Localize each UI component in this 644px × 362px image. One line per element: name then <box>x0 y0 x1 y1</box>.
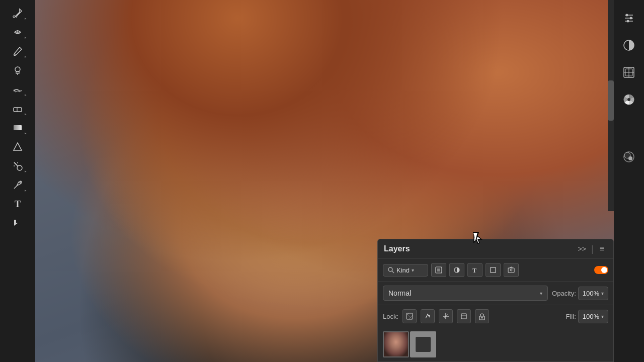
fill-dropdown[interactable]: 100% ▾ <box>578 310 608 323</box>
tool-corner-indicator9: ▸ <box>25 169 27 173</box>
tool-corner-indicator5: ▸ <box>25 93 27 97</box>
opacity-arrow: ▾ <box>601 291 604 296</box>
smudge-tool[interactable]: ▸ <box>6 80 30 99</box>
tool-corner-indicator10: ▸ <box>25 189 27 193</box>
svg-text:T: T <box>472 267 476 274</box>
svg-rect-8 <box>14 108 22 112</box>
fill-value-text: 100% <box>583 313 599 320</box>
svg-rect-53 <box>461 314 466 319</box>
lock-label: Lock: <box>383 313 398 320</box>
dodge-tool[interactable] <box>6 138 30 156</box>
svg-rect-38 <box>437 268 440 272</box>
svg-point-12 <box>17 165 22 170</box>
blend-mode-value: Normal <box>388 289 411 297</box>
svg-point-48 <box>429 315 430 317</box>
brush-tool[interactable]: ▸ <box>6 42 30 60</box>
lock-image-button[interactable] <box>421 309 435 323</box>
type-tool[interactable]: T <box>6 195 30 213</box>
right-panel <box>614 0 644 362</box>
header-divider: | <box>591 244 594 254</box>
svg-point-3 <box>15 54 16 55</box>
blend-mode-row: Normal ▾ Opacity: 100% ▾ <box>378 282 613 305</box>
eyedropper-tool[interactable]: ▸ <box>6 4 30 22</box>
eraser-tool[interactable]: ▸ <box>6 100 30 118</box>
filter-type-button[interactable]: T <box>467 263 482 277</box>
layers-expand-button[interactable]: >> <box>576 244 588 254</box>
svg-point-56 <box>481 317 483 319</box>
vertical-scrollbar[interactable] <box>608 0 614 211</box>
layers-header-controls: >> | ≡ <box>576 243 607 254</box>
filter-kind-dropdown[interactable]: Kind ▾ <box>383 264 428 277</box>
lock-transparent-button[interactable] <box>403 309 417 323</box>
layer-item[interactable] <box>378 329 613 359</box>
filter-kind-arrow: ▾ <box>412 267 414 273</box>
lock-artboard-button[interactable] <box>457 309 471 323</box>
svg-rect-41 <box>491 267 496 273</box>
tool-corner-indicator3: ▸ <box>25 55 27 59</box>
tool-corner-indicator: ▸ <box>25 17 27 21</box>
filter-bar: Kind ▾ T <box>378 259 613 282</box>
filter-smart-button[interactable] <box>504 263 519 277</box>
svg-marker-11 <box>14 143 22 150</box>
opacity-label: Opacity: <box>552 290 576 297</box>
color-wheel-button[interactable] <box>618 89 639 110</box>
lock-position-button[interactable] <box>439 309 453 323</box>
svg-point-43 <box>510 269 512 271</box>
fill-label: Fill: <box>566 313 576 320</box>
half-circle-button[interactable] <box>618 35 639 56</box>
gradient-tool[interactable]: ▸ <box>6 119 30 137</box>
clone-stamp-tool[interactable] <box>6 61 30 79</box>
filter-shape-button[interactable] <box>486 263 501 277</box>
layer-thumbnail-group <box>383 331 436 357</box>
pen-tool[interactable]: ▸ <box>6 176 30 194</box>
layer-mask-thumbnail <box>410 331 436 357</box>
svg-point-23 <box>630 17 632 20</box>
layers-menu-button[interactable]: ≡ <box>597 243 607 254</box>
svg-line-16 <box>15 163 16 164</box>
channels-button[interactable] <box>618 62 639 83</box>
path-selection-tool[interactable] <box>6 214 30 232</box>
opacity-value-text: 100% <box>583 290 599 297</box>
svg-point-24 <box>627 20 629 23</box>
filter-pixel-button[interactable] <box>431 263 446 277</box>
layers-panel-header: Layers >> | ≡ <box>378 239 613 259</box>
svg-rect-10 <box>14 125 22 130</box>
filter-kind-label: Kind <box>396 266 410 274</box>
layer-thumb-image <box>384 332 408 356</box>
svg-point-35 <box>388 267 392 272</box>
opacity-dropdown[interactable]: 100% ▾ <box>578 287 608 300</box>
lock-row: Lock: <box>378 305 613 327</box>
svg-text:T: T <box>15 199 21 209</box>
blend-mode-arrow: ▾ <box>540 291 542 296</box>
filter-toggle[interactable] <box>594 266 608 274</box>
mask-preview <box>416 337 431 352</box>
scrollbar-thumb[interactable] <box>608 80 614 121</box>
tool-corner-indicator2: ▸ <box>25 36 27 40</box>
svg-rect-42 <box>508 268 514 273</box>
layer-thumbnail <box>383 331 409 357</box>
opacity-section: Opacity: 100% ▾ <box>552 287 608 300</box>
search-icon <box>387 266 394 274</box>
magic-wand-tool[interactable]: ▸ <box>6 157 30 175</box>
lock-all-button[interactable] <box>475 309 489 323</box>
left-toolbar: ▸ ▸ ▸ ▸ <box>0 0 35 362</box>
svg-point-31 <box>627 98 630 101</box>
adjustments-button[interactable] <box>618 8 639 29</box>
svg-line-36 <box>392 271 394 273</box>
healing-brush-tool[interactable]: ▸ <box>6 23 30 41</box>
layers-list <box>378 327 613 361</box>
svg-point-22 <box>626 14 628 17</box>
svg-point-7 <box>14 89 16 92</box>
tool-corner-indicator7: ▸ <box>25 131 27 135</box>
layers-panel-title: Layers <box>384 244 410 253</box>
fill-arrow: ▾ <box>601 314 604 319</box>
filter-adjustment-button[interactable] <box>449 263 464 277</box>
svg-point-34 <box>628 156 632 160</box>
circle-fill-button[interactable] <box>618 146 639 167</box>
blend-mode-dropdown[interactable]: Normal ▾ <box>383 286 548 301</box>
fill-section: Fill: 100% ▾ <box>566 310 608 323</box>
layers-panel: Layers >> | ≡ Kind ▾ <box>377 239 614 362</box>
tool-corner-indicator6: ▸ <box>25 112 27 116</box>
